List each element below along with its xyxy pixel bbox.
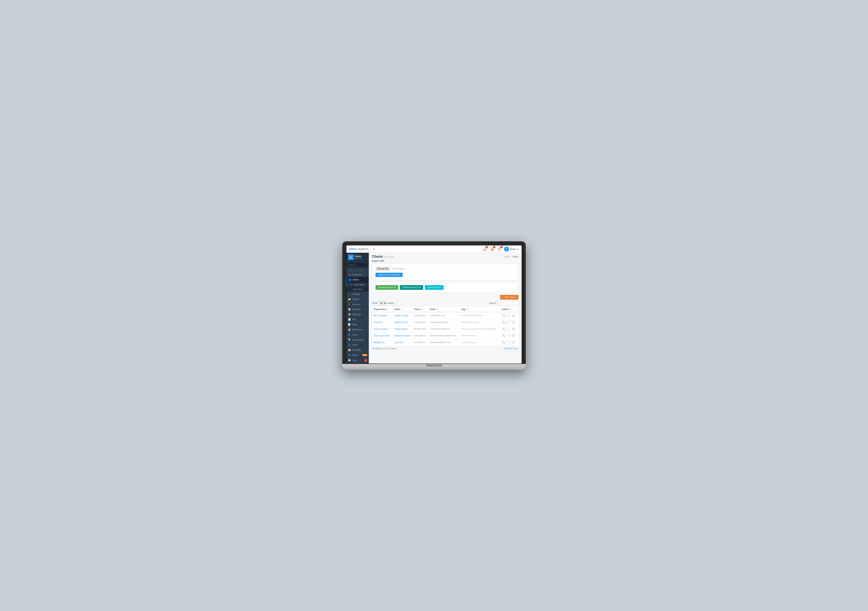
chart-icon[interactable]: 📊2	[482, 246, 487, 252]
sidebar-item-support[interactable]: ⚙ Support ›	[346, 363, 369, 364]
chevron-icon: ›	[367, 323, 367, 326]
edit-button[interactable]: ✏	[507, 314, 511, 317]
delete-button[interactable]: 🗑	[512, 314, 516, 317]
users-icon: 👤	[348, 343, 351, 346]
next-button[interactable]: Next	[514, 348, 518, 350]
delete-button[interactable]: 🗑	[512, 327, 516, 331]
sidebar-item-clients[interactable]: 👥 Clients ▾	[346, 277, 369, 282]
sidebar-sub-clients: ● View Clients ○ New Client	[346, 282, 369, 292]
sidebar-item-label: Clients	[352, 278, 365, 281]
sidebar-item-email[interactable]: ✉ Email NEW	[346, 353, 369, 357]
sidebar-item-label: Projects	[352, 298, 365, 300]
dashboard-icon: ⊞	[348, 273, 351, 276]
cell-email: contact@mysystem.com	[428, 326, 460, 333]
main-layout: D Derek Online MAIN NAVIGATION	[346, 253, 522, 364]
user-name-top: Derek	[510, 248, 516, 250]
sidebar-item-leads[interactable]: 👤 Leads ›	[346, 332, 369, 337]
col-tags[interactable]: Tags ⇅	[460, 307, 500, 312]
search-input[interactable]	[347, 263, 367, 267]
cell-actions: 🔍 ✏ 🗑	[500, 319, 518, 326]
col-org[interactable]: Organization ⇅	[372, 307, 393, 312]
app-container: SWELLSystems. ≡ 📊2 🔔1 ✔1 D Derek ⚙	[346, 245, 522, 364]
table-footer-text: Showing 1 to 5 of 5 entries	[372, 348, 397, 350]
table-search-input[interactable]	[498, 302, 518, 305]
laptop-notch	[426, 364, 442, 367]
status-dot	[355, 258, 356, 259]
download-csv-button[interactable]: Download CSV	[425, 285, 443, 290]
view-button[interactable]: 🔍	[502, 340, 506, 344]
sidebar-item-invoices[interactable]: $ Invoices ›	[346, 302, 369, 307]
download-xlsx-button[interactable]: Download Excel xlsx	[400, 285, 423, 290]
edit-button[interactable]: ✏	[507, 327, 511, 331]
cell-org: ABC Company	[372, 312, 393, 319]
cell-phone: contact@jo.jo	[412, 312, 428, 319]
page-subtitle: All Clients	[384, 255, 394, 258]
prev-button[interactable]: Previous	[504, 348, 512, 350]
new-client-label: New Client	[353, 288, 367, 291]
sidebar-user-panel: D Derek Online	[346, 253, 369, 262]
sidebar-item-projects[interactable]: 📁 Projects ›	[346, 297, 369, 302]
sidebar-item-proposals[interactable]: ⭐ Proposals ›	[346, 312, 369, 317]
bell-icon[interactable]: 🔔1	[490, 246, 495, 252]
sidebar-sub-view-clients[interactable]: ● View Clients	[346, 282, 369, 287]
cell-phone: contact@jo.jo	[412, 319, 428, 326]
search-label: Search:	[490, 302, 496, 304]
sidebar-item-users[interactable]: 👤 Users	[346, 342, 369, 348]
table-row: Some Company Derek Domino 901-555-5555 c…	[372, 326, 518, 333]
choose-file-button[interactable]: Choose File	[375, 267, 390, 271]
page-title: Clients	[372, 255, 383, 258]
sidebar-item-opportunities[interactable]: 💡 Opportunities	[346, 337, 369, 342]
col-name[interactable]: Name ⇅	[393, 307, 412, 312]
email-icon: ✉	[348, 354, 351, 356]
cell-phone: contact@jo.jo	[412, 333, 428, 339]
table-controls: Show 10 25 50 entries Search:	[372, 301, 518, 305]
add-client-button[interactable]: + Add Client ▾	[500, 295, 518, 300]
table-row: Test custom fields Michael Schmidt conta…	[372, 333, 518, 339]
sidebar-item-contacts[interactable]: 📞 Contacts ›	[346, 292, 369, 297]
col-email[interactable]: Email ⇅	[428, 307, 460, 312]
delete-button[interactable]: 🗑	[512, 334, 516, 338]
sidebar-item-files[interactable]: 📄 Files ›	[346, 317, 369, 322]
hamburger-menu[interactable]: ≡	[373, 247, 375, 251]
sidebar-user-info: Derek Online	[355, 255, 367, 260]
sidebar-item-estimates[interactable]: 📋 Estimates ›	[346, 307, 369, 312]
settings-icon[interactable]: ⚙	[517, 247, 519, 251]
content-body: Import CSV Choose File No file chosen Im…	[369, 260, 522, 353]
edit-button[interactable]: ✏	[507, 320, 511, 324]
top-bar-right: 📊2 🔔1 ✔1 D Derek ⚙	[482, 246, 519, 252]
table-row: Pizza Hut Michael Smith contact@jo.jo so…	[372, 319, 518, 326]
breadcrumb-home[interactable]: Home	[504, 255, 510, 258]
sidebar-item-notes[interactable]: 📝 Notes ›	[346, 322, 369, 327]
view-button[interactable]: 🔍	[502, 320, 506, 324]
circle-icon: ●	[351, 283, 352, 286]
entries-select[interactable]: 10 25 50	[378, 301, 387, 305]
sidebar-item-workroom[interactable]: 🏠 Work Room ›	[346, 327, 369, 332]
delete-button[interactable]: 🗑	[512, 340, 516, 344]
top-bar: SWELLSystems. ≡ 📊2 🔔1 ✔1 D Derek ⚙	[346, 245, 522, 253]
sidebar-item-chat[interactable]: 💬 Chat 1	[346, 357, 369, 363]
tasks-icon[interactable]: ✔1	[497, 246, 502, 252]
col-phone[interactable]: Phone ⇅	[412, 307, 428, 312]
user-menu[interactable]: D Derek ⚙	[504, 247, 519, 252]
delete-button[interactable]: 🗑	[512, 320, 516, 324]
chevron-icon: ›	[367, 349, 367, 351]
sidebar-item-label: Chat	[352, 359, 363, 362]
view-button[interactable]: 🔍	[502, 314, 506, 317]
col-actions: Actions ⇅	[500, 307, 518, 312]
sidebar-item-dashboard[interactable]: ⊞ Dashboard	[346, 272, 369, 277]
sidebar-item-calendars[interactable]: 📅 Calendars ›	[346, 348, 369, 353]
import-csv-card: Choose File No file chosen Import CSV or…	[372, 264, 518, 280]
download-xls-button[interactable]: Download Excel xls	[375, 285, 398, 290]
view-button[interactable]: 🔍	[502, 327, 506, 331]
show-label: Show	[372, 302, 378, 304]
edit-button[interactable]: ✏	[507, 334, 511, 338]
sidebar-nav-label: MAIN NAVIGATION	[346, 268, 369, 272]
import-csv-button[interactable]: Import CSV or Excel File	[375, 273, 403, 277]
sidebar-avatar: D	[348, 254, 354, 260]
sidebar-sub-new-client[interactable]: ○ New Client	[346, 287, 369, 292]
view-button[interactable]: 🔍	[502, 334, 506, 338]
edit-button[interactable]: ✏	[507, 340, 511, 344]
cell-org: Widgets Inc	[372, 339, 393, 346]
action-buttons: 🔍 ✏ 🗑	[502, 340, 517, 344]
sidebar: D Derek Online MAIN NAVIGATION	[346, 253, 369, 364]
